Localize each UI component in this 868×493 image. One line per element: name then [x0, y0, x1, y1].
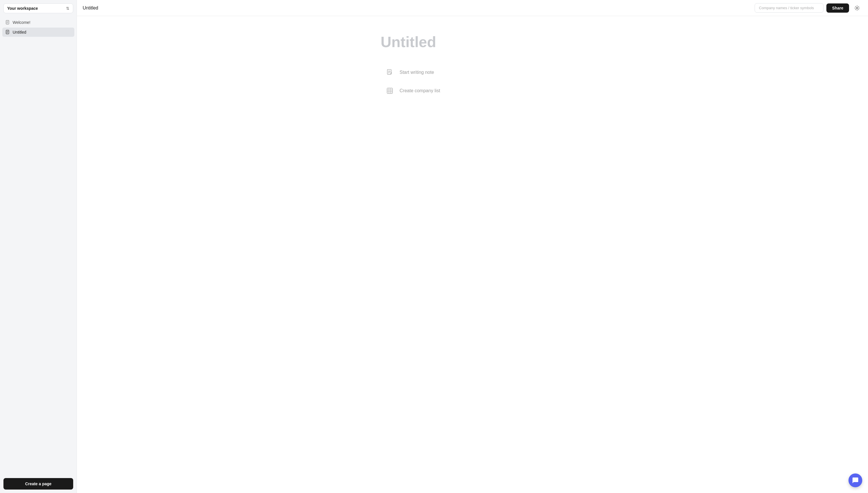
- svg-point-8: [856, 7, 858, 9]
- sidebar-item-untitled[interactable]: Untitled: [2, 27, 74, 37]
- company-search-input[interactable]: [755, 3, 823, 13]
- settings-button[interactable]: [852, 3, 862, 13]
- chat-bubble-button[interactable]: [848, 473, 862, 487]
- page-title: Untitled: [381, 33, 564, 50]
- grid-icon: [385, 86, 395, 96]
- start-writing-note-label: Start writing note: [399, 70, 434, 75]
- create-company-list-action[interactable]: Create company list: [381, 83, 564, 99]
- create-company-list-label: Create company list: [399, 88, 440, 93]
- topbar-title: Untitled: [83, 5, 98, 10]
- sidebar-item-welcome[interactable]: Welcome!: [2, 18, 74, 27]
- share-button[interactable]: Share: [826, 3, 849, 13]
- sidebar-item-untitled-label: Untitled: [13, 30, 26, 35]
- gear-icon: [854, 5, 860, 11]
- action-list: Start writing note Create company list: [381, 64, 564, 99]
- topbar: Untitled Share: [77, 0, 868, 16]
- page-inner: Untitled Start writing note: [369, 16, 576, 116]
- page-content: Untitled Start writing note: [77, 16, 868, 493]
- sidebar: Your workspace ⇅ Welcome!: [0, 0, 77, 493]
- start-writing-note-action[interactable]: Start writing note: [381, 64, 564, 81]
- write-note-icon: [385, 67, 395, 78]
- chat-icon: [852, 477, 859, 484]
- sidebar-nav: Welcome! Untitled: [0, 17, 77, 475]
- workspace-selector[interactable]: Your workspace ⇅: [3, 3, 73, 13]
- sidebar-item-welcome-label: Welcome!: [13, 20, 30, 25]
- sidebar-bottom: Create a page: [0, 475, 77, 493]
- chevron-icon: ⇅: [66, 6, 69, 10]
- svg-rect-13: [387, 88, 393, 94]
- topbar-right: Share: [755, 3, 862, 13]
- workspace-label: Your workspace: [7, 6, 38, 10]
- note-icon: [5, 20, 10, 25]
- main-area: Untitled Share Untitled: [77, 0, 868, 493]
- create-page-button[interactable]: Create a page: [3, 478, 73, 490]
- document-icon: [5, 29, 10, 35]
